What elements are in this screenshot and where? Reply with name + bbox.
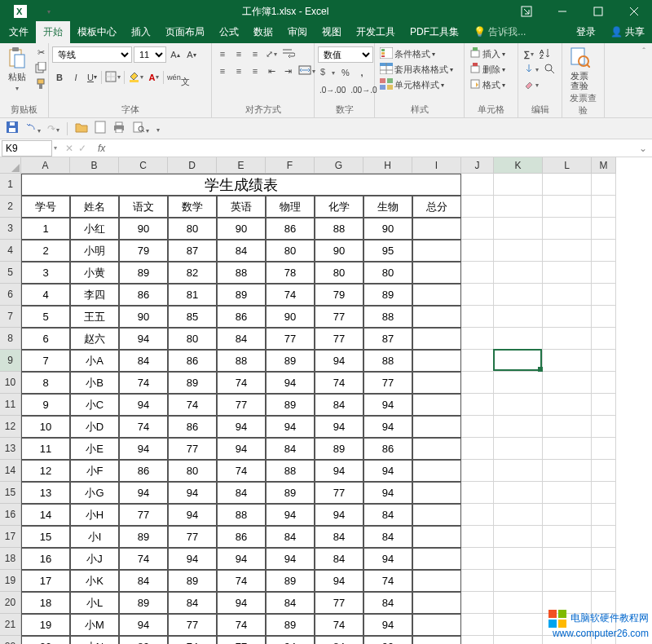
cell[interactable]	[592, 196, 616, 218]
cell[interactable]: 74	[363, 570, 412, 592]
cell[interactable]	[494, 196, 543, 218]
minimize-button[interactable]	[544, 0, 580, 23]
format-painter-button[interactable]	[33, 77, 48, 92]
cell[interactable]	[412, 482, 461, 504]
copy-button[interactable]	[33, 61, 48, 76]
cell[interactable]: 87	[168, 240, 217, 262]
cell[interactable]	[412, 614, 461, 636]
sort-filter-button[interactable]: AZ	[538, 46, 553, 61]
cell[interactable]	[592, 394, 616, 416]
column-header[interactable]: D	[168, 157, 217, 174]
cell[interactable]: 生物	[363, 196, 412, 218]
tab-view[interactable]: 视图	[315, 21, 349, 43]
cell[interactable]	[494, 174, 543, 196]
cell[interactable]: 88	[217, 350, 266, 372]
namebox-dropdown[interactable]: ▾	[52, 144, 59, 152]
cell[interactable]: 88	[363, 306, 412, 328]
cell[interactable]	[461, 328, 494, 350]
conditional-format-button[interactable]: 条件格式▾	[378, 46, 460, 61]
tab-developer[interactable]: 开发工具	[349, 21, 403, 43]
tab-home[interactable]: 开始	[36, 21, 70, 43]
cell[interactable]: 84	[168, 592, 217, 614]
cell[interactable]: 小F	[70, 460, 119, 482]
cell[interactable]	[412, 306, 461, 328]
cell[interactable]: 77	[315, 482, 363, 504]
cell[interactable]	[592, 460, 616, 482]
cell[interactable]: 物理	[266, 196, 315, 218]
increase-decimal-button[interactable]: .0→.00	[318, 82, 347, 97]
qat-redo-button[interactable]: ↷	[45, 121, 62, 136]
cell[interactable]: 14	[21, 504, 70, 526]
fill-button[interactable]	[522, 62, 540, 77]
cell[interactable]	[461, 218, 494, 240]
cell[interactable]	[461, 614, 494, 636]
cell[interactable]	[592, 526, 616, 548]
cell[interactable]: 84	[217, 482, 266, 504]
cell[interactable]: 94	[119, 394, 168, 416]
column-header[interactable]: I	[412, 157, 461, 174]
font-size-select[interactable]: 11	[134, 46, 166, 63]
cell[interactable]: 16	[21, 548, 70, 570]
cell[interactable]	[543, 262, 592, 284]
cell[interactable]	[412, 240, 461, 262]
tab-data[interactable]: 数据	[246, 21, 280, 43]
cell[interactable]	[494, 284, 543, 306]
cell[interactable]: 数学	[168, 196, 217, 218]
cell[interactable]: 小K	[70, 570, 119, 592]
cell[interactable]: 88	[217, 504, 266, 526]
cell[interactable]	[494, 636, 543, 644]
cell[interactable]	[543, 570, 592, 592]
cell[interactable]: 小C	[70, 394, 119, 416]
column-header[interactable]: A	[21, 157, 70, 174]
qat-save-button[interactable]	[3, 119, 21, 138]
cell[interactable]	[412, 504, 461, 526]
cell[interactable]: 88	[217, 262, 266, 284]
cell[interactable]	[543, 196, 592, 218]
select-all-corner[interactable]	[0, 157, 21, 174]
cell[interactable]: 2	[21, 240, 70, 262]
cell[interactable]: 94	[266, 636, 315, 644]
cancel-formula-button[interactable]: ✕	[65, 143, 73, 154]
cell[interactable]: 80	[168, 328, 217, 350]
cell[interactable]	[543, 284, 592, 306]
cell[interactable]: 赵六	[70, 328, 119, 350]
cell[interactable]: 77	[217, 636, 266, 644]
cell[interactable]	[592, 350, 616, 372]
cell[interactable]: 74	[315, 614, 363, 636]
cell[interactable]	[494, 482, 543, 504]
cell[interactable]: 86	[119, 284, 168, 306]
cell[interactable]: 86	[168, 416, 217, 438]
cell[interactable]: 84	[315, 548, 363, 570]
qat-print-button[interactable]	[110, 120, 128, 137]
cell[interactable]: 9	[21, 394, 70, 416]
row-header[interactable]: 8	[0, 328, 21, 350]
cell[interactable]	[461, 350, 494, 372]
cell[interactable]: 学号	[21, 196, 70, 218]
cell[interactable]: 74	[217, 372, 266, 394]
row-header[interactable]: 10	[0, 372, 21, 394]
cell[interactable]: 18	[21, 592, 70, 614]
cell[interactable]: 86	[217, 306, 266, 328]
cell[interactable]	[494, 394, 543, 416]
cell[interactable]: 94	[119, 328, 168, 350]
formula-input[interactable]	[110, 140, 634, 157]
cell[interactable]: 86	[266, 218, 315, 240]
column-header[interactable]: H	[363, 157, 412, 174]
cell[interactable]: 94	[266, 504, 315, 526]
cell[interactable]	[592, 306, 616, 328]
cell[interactable]: 小J	[70, 548, 119, 570]
invoice-check-button[interactable]: 发票 查验	[566, 45, 593, 92]
align-top-button[interactable]: ≡	[215, 46, 230, 61]
cell[interactable]: 80	[168, 460, 217, 482]
cell[interactable]: 77	[266, 328, 315, 350]
cell[interactable]: 5	[21, 306, 70, 328]
number-format-select[interactable]: 数值	[318, 46, 373, 63]
align-bottom-button[interactable]: ≡	[248, 46, 262, 61]
decrease-indent-button[interactable]: ⇤	[264, 64, 279, 78]
login-link[interactable]: 登录	[569, 21, 603, 43]
cell[interactable]	[543, 460, 592, 482]
cell[interactable]: 李四	[70, 284, 119, 306]
cell[interactable]	[543, 174, 592, 196]
increase-font-button[interactable]: A▴	[168, 47, 183, 62]
cell[interactable]	[494, 504, 543, 526]
